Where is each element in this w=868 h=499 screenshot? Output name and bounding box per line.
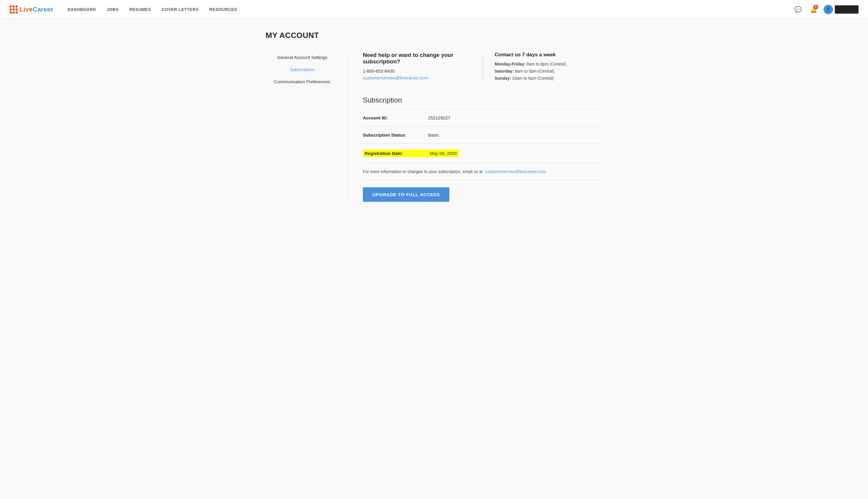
- notifications-button[interactable]: 🔔 1: [808, 4, 819, 15]
- help-title: Need help or want to change your subscri…: [363, 52, 471, 65]
- nav-resumes[interactable]: RESUMES: [129, 6, 151, 13]
- nav-resources[interactable]: RESOURCES: [209, 6, 237, 13]
- notification-badge: 1: [813, 5, 818, 10]
- avatar: 👤: [823, 5, 833, 14]
- help-box: Need help or want to change your subscri…: [363, 52, 602, 82]
- help-left: Need help or want to change your subscri…: [363, 52, 483, 82]
- logo-live: Live: [20, 5, 33, 13]
- sidebar: General Account Settings Subscription Co…: [266, 52, 349, 202]
- content-layout: General Account Settings Subscription Co…: [266, 52, 602, 202]
- help-right: Contact us 7 days a week Monday-Friday: …: [483, 52, 603, 82]
- nav-cover-letters[interactable]: COVER LETTERS: [161, 6, 198, 13]
- account-id-row: Account ID: 252129227: [363, 109, 602, 126]
- logo[interactable]: LiveCareer: [10, 5, 53, 14]
- contact-title: Contact us 7 days a week: [495, 52, 603, 58]
- registration-date-label: Registration Date:: [363, 150, 428, 157]
- subscription-status-value: Basic: [428, 132, 439, 137]
- main-nav: DASHBOARD JOBS RESUMES COVER LETTERS RES…: [68, 6, 793, 13]
- page-title: MY ACCOUNT: [266, 31, 602, 40]
- user-name: [835, 5, 858, 14]
- logo-icon: [10, 5, 18, 14]
- subscription-section: Subscription Account ID: 252129227 Subsc…: [363, 96, 602, 202]
- avatar-icon: 👤: [825, 7, 831, 12]
- chat-icon: 💬: [795, 6, 802, 13]
- more-info-row: For more information or changes to your …: [363, 163, 602, 180]
- hours-sat-label: Saturday: 8am to 5pm (Central),: [495, 69, 556, 73]
- account-id-value: 252129227: [428, 115, 450, 120]
- sidebar-nav: General Account Settings Subscription Co…: [266, 52, 339, 87]
- more-info-email[interactable]: customerservice@livecareer.com: [485, 169, 546, 174]
- user-avatar-button[interactable]: 👤: [823, 5, 858, 14]
- header-actions: 💬 🔔 1 👤: [793, 4, 858, 15]
- sidebar-item-general-account[interactable]: General Account Settings: [276, 52, 328, 63]
- help-email[interactable]: customerservice@livecareer.com: [363, 75, 429, 80]
- account-id-label: Account ID:: [363, 115, 428, 120]
- logo-text: LiveCareer: [20, 5, 53, 13]
- more-info-text: For more information or changes to your …: [363, 169, 483, 174]
- hours-sun-label: Sunday: 10am to 6pm (Central): [495, 76, 554, 81]
- contact-hours: Monday-Friday: 8am to 8pm (Central), Sat…: [495, 61, 603, 82]
- help-phone: 1-800-652-8430: [363, 69, 471, 73]
- hours-mf-label: Monday-Friday: 8am to 8pm (Central),: [495, 62, 567, 66]
- sidebar-item-subscription[interactable]: Subscription: [289, 64, 316, 75]
- registration-date-value: May 06, 2020: [428, 150, 459, 157]
- header: LiveCareer DASHBOARD JOBS RESUMES COVER …: [0, 0, 868, 19]
- nav-dashboard[interactable]: DASHBOARD: [68, 6, 96, 13]
- subscription-heading: Subscription: [363, 96, 602, 104]
- main-content: Need help or want to change your subscri…: [349, 52, 602, 202]
- upgrade-button[interactable]: UPGRADE TO FULL ACCESS: [363, 187, 449, 202]
- nav-jobs[interactable]: JOBS: [107, 6, 119, 13]
- subscription-status-row: Subscription Status: Basic: [363, 126, 602, 144]
- page-container: MY ACCOUNT General Account Settings Subs…: [256, 19, 612, 214]
- registration-date-row: Registration Date: May 06, 2020: [363, 144, 602, 163]
- subscription-status-label: Subscription Status:: [363, 132, 428, 137]
- logo-career: Career: [33, 5, 53, 13]
- chat-button[interactable]: 💬: [793, 4, 803, 15]
- sidebar-item-communication[interactable]: Communication Preferences: [273, 76, 331, 87]
